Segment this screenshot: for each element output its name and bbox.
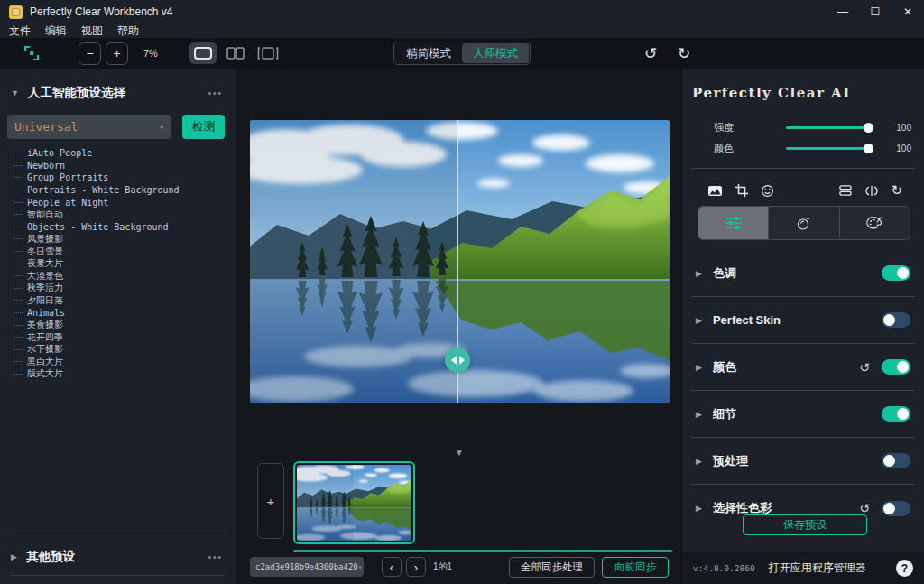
slider[interactable]	[786, 147, 872, 150]
preset-tree-item[interactable]: 智能自动	[14, 209, 236, 221]
single-view-button[interactable]	[189, 42, 217, 64]
menu-item[interactable]: 文件	[9, 23, 31, 39]
app-logo-icon	[23, 44, 41, 62]
chevron-right-icon[interactable]: ▶	[11, 552, 17, 561]
adjustment-sections: ▶ 色调 ↺ ▶ Perfect Skin ↺ ▶ 颜色 ↺ ▶ 细节	[691, 250, 915, 537]
preset-tree-item[interactable]: 风景摄影	[14, 233, 236, 246]
mode-tab[interactable]: 精简模式	[395, 43, 462, 63]
mode-tabs: 精简模式大师模式	[393, 42, 531, 65]
preset-tree-item[interactable]: Newborn	[14, 160, 236, 172]
toggle-switch[interactable]	[882, 453, 910, 468]
chevron-right-icon[interactable]: ▶	[696, 410, 702, 419]
adjustment-section[interactable]: ▶ 颜色 ↺	[691, 344, 915, 391]
toggle-switch[interactable]	[882, 501, 910, 516]
arrow-left-icon	[451, 356, 457, 365]
preset-tree-item[interactable]: 夕阳日落	[14, 294, 236, 307]
slider-handle[interactable]	[864, 123, 873, 133]
menu-item[interactable]: 视图	[81, 23, 103, 39]
minimize-button[interactable]: —	[827, 0, 859, 23]
menu-item[interactable]: 帮助	[117, 23, 139, 39]
histogram-icon[interactable]	[707, 184, 723, 198]
maximize-button[interactable]: ☐	[859, 0, 892, 23]
help-icon[interactable]: ?	[896, 560, 913, 577]
preset-tree-item[interactable]: Group Portraits	[14, 171, 236, 184]
save-preset-button[interactable]: 保存预设	[743, 514, 867, 535]
zoom-out-button[interactable]: −	[79, 42, 101, 65]
thumbnail-selected[interactable]	[293, 461, 415, 544]
chevron-right-icon[interactable]: ▶	[696, 504, 702, 513]
redo-icon[interactable]: ↻	[672, 42, 696, 65]
preset-tree-item[interactable]: 版式大片	[14, 368, 236, 381]
preset-tree-item[interactable]: Objects - White Background	[14, 221, 236, 234]
chevron-right-icon[interactable]: ▶	[696, 269, 702, 278]
detect-button[interactable]: 检测	[182, 115, 225, 139]
preset-tree-item[interactable]: 秋季活力	[14, 283, 236, 295]
page-indicator: 1的1	[433, 561, 452, 573]
previous-image-button[interactable]: ‹	[382, 557, 402, 577]
ai-preset-header[interactable]: ▼ 人工智能预设选择 •••	[0, 69, 236, 101]
mode-tab[interactable]: 大师模式	[462, 43, 529, 63]
rotate-icon[interactable]: ↻	[891, 182, 902, 199]
preset-tree-item[interactable]: 冬日雪景	[14, 246, 236, 258]
preset-dropdown[interactable]: Universal ▾	[7, 115, 171, 139]
toggle-switch[interactable]	[882, 359, 910, 375]
divider	[11, 575, 225, 576]
reset-icon[interactable]: ↺	[859, 360, 870, 375]
more-options-icon[interactable]: •••	[208, 552, 223, 562]
slider-handle[interactable]	[864, 144, 873, 153]
add-image-button[interactable]: +	[257, 463, 284, 539]
split-view-button[interactable]	[222, 42, 249, 64]
undo-icon[interactable]: ↺	[639, 42, 662, 65]
adjustment-section[interactable]: ▶ 色调 ↺	[691, 250, 915, 297]
tab-adjustments[interactable]	[698, 207, 768, 239]
crop-icon[interactable]	[735, 183, 749, 198]
adjustment-section[interactable]: ▶ 细节 ↺	[691, 391, 915, 438]
other-presets-header[interactable]: ▶ 其他预设 •••	[11, 544, 223, 570]
section-label: Perfect Skin	[713, 313, 781, 327]
app-icon	[9, 5, 23, 19]
adjustment-section[interactable]: ▶ Perfect Skin ↺	[691, 297, 915, 344]
side-by-side-view-button[interactable]	[254, 42, 282, 64]
toggle-switch[interactable]	[882, 265, 910, 281]
other-presets-title: 其他预设	[26, 549, 75, 565]
app-manager-link[interactable]: 打开应用程序管理器	[769, 561, 866, 576]
next-image-button[interactable]: ›	[406, 557, 426, 577]
chevron-right-icon[interactable]: ▶	[696, 457, 702, 466]
collapse-icon[interactable]: ▼	[11, 88, 19, 97]
right-panel: Perfectly Clear AI 强度 100 颜色 100	[681, 69, 924, 584]
zoom-in-button[interactable]: +	[106, 42, 128, 65]
chevron-right-icon[interactable]: ▶	[696, 316, 702, 325]
tab-palette[interactable]	[839, 207, 910, 239]
preset-tree-item[interactable]: 水下摄影	[14, 344, 236, 357]
face-icon[interactable]	[761, 184, 774, 198]
preset-tree-item[interactable]: 黑白大片	[14, 356, 236, 368]
more-options-icon[interactable]: •••	[208, 88, 223, 98]
preset-tree-item[interactable]: People at Night	[14, 196, 236, 209]
preset-tree-item[interactable]: Portraits - White Background	[14, 184, 236, 197]
preset-tree-item[interactable]: 大漠景色	[14, 270, 236, 283]
toggle-switch[interactable]	[882, 312, 910, 328]
chevron-right-icon[interactable]: ▶	[696, 363, 702, 372]
slider[interactable]	[786, 126, 872, 129]
tab-retouch[interactable]	[768, 207, 838, 239]
preset-tree-item[interactable]: iAuto People	[14, 147, 236, 160]
sync-forward-button[interactable]: 向前同步	[602, 557, 669, 578]
image-preview[interactable]	[250, 120, 670, 403]
adjustment-section[interactable]: ▶ 预处理 ↺	[691, 438, 915, 485]
close-button[interactable]: ✕	[892, 0, 924, 23]
menu-item[interactable]: 编辑	[45, 23, 67, 39]
filmstrip-collapse-icon[interactable]: ▼	[455, 448, 464, 458]
preset-tree-item[interactable]: 夜景大片	[14, 257, 236, 270]
preset-tree-item[interactable]: 花开四季	[14, 331, 236, 344]
preset-tree-item[interactable]: 美食摄影	[14, 319, 236, 331]
sync-all-button[interactable]: 全部同步处理	[509, 557, 595, 578]
filename-dropdown[interactable]: c2ad3e918b9e4360ba420 ▾	[250, 557, 364, 577]
preset-tree-item[interactable]: Animals	[14, 307, 236, 320]
reset-icon[interactable]: ↺	[859, 501, 870, 515]
split-horizontal-icon[interactable]	[838, 183, 853, 198]
toggle-switch[interactable]	[882, 406, 910, 422]
compare-slider-handle[interactable]	[445, 348, 470, 373]
menu-bar: 文件编辑视图帮助	[0, 23, 924, 38]
compare-icon[interactable]	[864, 184, 879, 198]
filmstrip-scrollbar[interactable]	[293, 550, 672, 552]
